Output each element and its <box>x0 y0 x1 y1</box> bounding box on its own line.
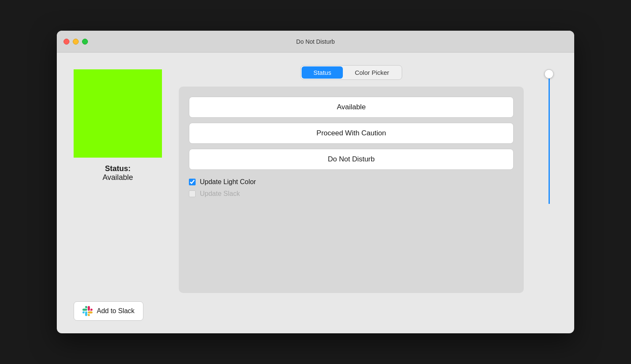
update-light-color-checkbox[interactable] <box>189 179 196 185</box>
status-label-value: Available <box>103 173 133 182</box>
center-panel: Status Color Picker Available Proceed Wi… <box>179 65 524 293</box>
tabs: Status Color Picker <box>300 65 402 80</box>
proceed-with-caution-button[interactable]: Proceed With Caution <box>189 123 514 144</box>
do-not-disturb-button[interactable]: Do Not Disturb <box>189 149 514 170</box>
tab-color-picker[interactable]: Color Picker <box>343 66 401 79</box>
update-light-color-row: Update Light Color <box>189 178 514 186</box>
status-label: Status: Available <box>103 164 133 182</box>
slider-thumb[interactable] <box>544 69 554 79</box>
main-area: Status: Available Status Color Picker Av… <box>74 65 557 293</box>
tab-status[interactable]: Status <box>302 66 343 79</box>
status-buttons: Available Proceed With Caution Do Not Di… <box>189 97 514 170</box>
color-swatch <box>74 69 162 158</box>
traffic-lights <box>64 39 88 45</box>
maximize-button[interactable] <box>82 39 88 45</box>
update-slack-checkbox[interactable] <box>189 190 196 197</box>
slider-container <box>544 69 554 204</box>
content-panel: Available Proceed With Caution Do Not Di… <box>179 87 524 293</box>
update-slack-row: Update Slack <box>189 190 514 198</box>
left-panel: Status: Available <box>74 65 162 293</box>
window-content: Status: Available Status Color Picker Av… <box>57 53 574 333</box>
bottom-bar: Add to Slack <box>74 293 557 321</box>
tabs-container: Status Color Picker <box>179 65 524 80</box>
update-slack-label: Update Slack <box>200 190 240 198</box>
titlebar: Do Not Disturb <box>57 31 574 53</box>
window-title: Do Not Disturb <box>296 38 335 45</box>
available-button[interactable]: Available <box>189 97 514 118</box>
status-label-title: Status: <box>103 164 133 173</box>
right-panel <box>541 65 557 293</box>
add-to-slack-button[interactable]: Add to Slack <box>74 301 143 321</box>
update-light-color-label: Update Light Color <box>200 178 256 186</box>
checkboxes: Update Light Color Update Slack <box>189 178 514 198</box>
slider-track[interactable] <box>549 79 550 204</box>
add-to-slack-label: Add to Slack <box>97 307 135 315</box>
minimize-button[interactable] <box>73 39 79 45</box>
slack-icon <box>82 306 93 316</box>
close-button[interactable] <box>64 39 69 45</box>
main-window: Do Not Disturb Status: Available Status … <box>57 31 574 333</box>
